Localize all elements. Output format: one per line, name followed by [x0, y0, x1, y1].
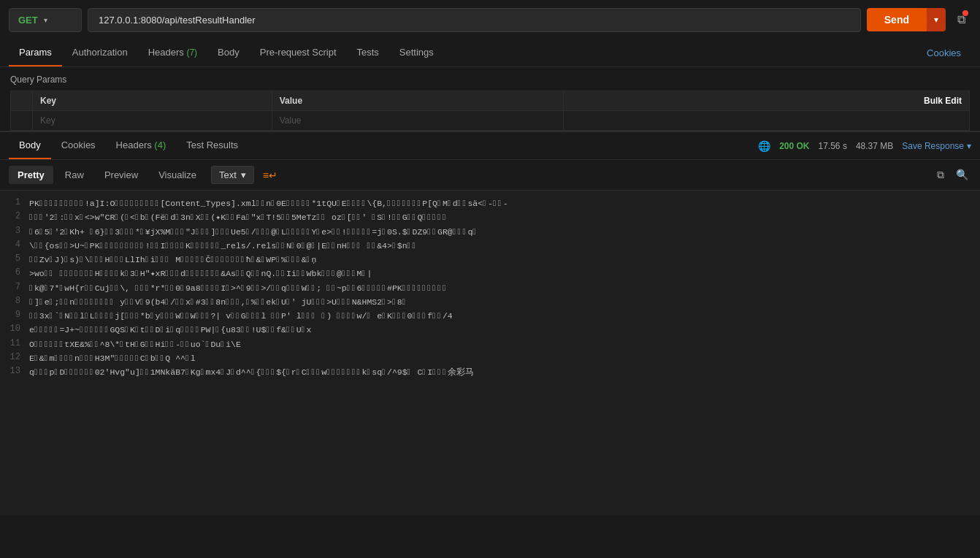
method-dropdown[interactable]: GET ▾	[9, 8, 82, 32]
table-row: 8 ] e ;  n         y  V 9(b4 /  x #3  8n…	[0, 295, 980, 309]
params-table: Key Value Bulk Edit Key Value	[10, 91, 970, 131]
table-row: 4\  {os  >U~ PK         !  I    K      _…	[0, 239, 980, 253]
response-tabs-bar: Body Cookies Headers (4) Test Results 🌐 …	[0, 132, 980, 160]
line-number: 12	[0, 352, 29, 362]
line-number: 13	[0, 366, 29, 376]
tab-headers[interactable]: Headers (7)	[138, 39, 207, 66]
table-row: 3 6 5 '2 Kh+  6}  3   * ¥jX%M   "J   ]  …	[0, 225, 980, 239]
line-number: 3	[0, 226, 29, 236]
cookies-link[interactable]: Cookies	[916, 40, 971, 66]
value-header: Value	[272, 91, 563, 111]
table-row: 1PK         !a]I:O         [Content_Type…	[0, 196, 980, 210]
send-dropdown-button[interactable]: ▾	[927, 8, 946, 31]
query-params-section: Query Params Key Value Bulk Edit Key Val…	[0, 67, 980, 131]
send-button[interactable]: Send	[867, 8, 927, 31]
line-content:   Zv J) s) \   H   LlIh i    M     Č    …	[29, 253, 325, 266]
key-cell-placeholder[interactable]: Key	[33, 111, 272, 131]
pretty-button[interactable]: Pretty	[9, 166, 53, 184]
wrap-icon[interactable]: ≡↵	[263, 169, 277, 181]
line-number: 10	[0, 324, 29, 334]
line-content: PK         !a]I:O         [Content_Types…	[29, 197, 517, 210]
code-area[interactable]: 1PK         !a]I:O         [Content_Type…	[0, 191, 980, 515]
response-section: Body Cookies Headers (4) Test Results 🌐 …	[0, 131, 980, 515]
line-content: e     =J+~      GQS K t  D i q    PW| {u…	[29, 324, 320, 336]
line-number: 9	[0, 310, 29, 320]
save-response-button[interactable]: Save Response ▾	[902, 141, 971, 151]
line-content: q   p D      02'Hvg"u]  1MNkäB7 Kg mx4 J…	[29, 366, 483, 378]
line-content:   3x ` N  l L    j[   *b y   W  W   ?| v…	[29, 310, 462, 322]
raw-button[interactable]: Raw	[56, 166, 93, 184]
copy-response-icon[interactable]: ⧉	[934, 166, 947, 184]
bulk-edit-header[interactable]: Bulk Edit	[563, 91, 969, 111]
tab-body[interactable]: Body	[207, 39, 250, 66]
line-number: 2	[0, 211, 29, 221]
table-row: 11O      tXE&%  ^8\* tH G  Hi  -  uo` Du…	[0, 337, 980, 351]
format-bar: Pretty Raw Preview Visualize Text ▾ ≡↵ ⧉…	[0, 160, 980, 191]
line-number: 4	[0, 240, 29, 250]
line-content: \  {os  >U~ PK         !  I    K      _r…	[29, 240, 426, 252]
table-row: 5  Zv J) s) \   H   LlIh i    M     Č   …	[0, 253, 980, 267]
response-status: 200 OK	[779, 141, 809, 151]
line-number: 5	[0, 253, 29, 264]
tab-params[interactable]: Params	[9, 39, 62, 66]
method-chevron-icon: ▾	[44, 16, 47, 24]
type-chevron-icon: ▾	[241, 169, 246, 180]
top-bar: GET ▾ Send ▾ ⧉	[0, 0, 980, 39]
preview-button[interactable]: Preview	[96, 166, 147, 184]
value-cell-placeholder[interactable]: Value	[272, 111, 563, 131]
response-tab-body[interactable]: Body	[9, 132, 51, 159]
query-params-title: Query Params	[10, 74, 970, 85]
line-content:  k@ 7* wH{r  Cuj  \,    *r*  0 9a8    I …	[29, 282, 456, 294]
response-meta: 🌐 200 OK 17.56 s 48.37 MB Save Response …	[758, 140, 971, 152]
type-dropdown[interactable]: Text ▾	[211, 166, 254, 184]
globe-icon: 🌐	[758, 140, 770, 152]
table-row: 10e     =J+~      GQS K t  D i q    PW| …	[0, 323, 980, 337]
response-tab-headers[interactable]: Headers (4)	[106, 132, 177, 159]
headers-badge: (7)	[186, 47, 197, 58]
response-time: 17.56 s	[819, 141, 847, 151]
line-content: O      tXE&%  ^8\* tH G  Hi  -  uo` Du i…	[29, 338, 250, 351]
type-label: Text	[219, 169, 237, 180]
visualize-button[interactable]: Visualize	[150, 166, 205, 184]
request-tabs-bar: Params Authorization Headers (7) Body Pr…	[0, 39, 980, 67]
search-icon[interactable]: 🔍	[953, 166, 971, 184]
table-row: 9  3x ` N  l L    j[   *b y   W  W   ?| …	[0, 309, 980, 323]
table-row: 2   '2 :  x <>w"CR ( < b (Fë d 3n X  (✦K…	[0, 210, 980, 224]
key-header: Key	[33, 91, 272, 111]
row-checkbox-cell	[11, 111, 33, 131]
line-number: 1	[0, 197, 29, 207]
table-row: 13q   p D      02'Hvg"u]  1MNkäB7 Kg mx4…	[0, 365, 980, 379]
tab-prerequest[interactable]: Pre-request Script	[250, 39, 347, 66]
method-label: GET	[18, 15, 38, 26]
line-content: >wo          H    k 3 H"✦xR   d       &A…	[29, 267, 380, 280]
line-number: 8	[0, 296, 29, 306]
table-row: 7 k@ 7* wH{r  Cuj  \,    *r*  0 9a8    I…	[0, 281, 980, 295]
tab-authorization[interactable]: Authorization	[62, 39, 138, 66]
response-headers-badge: (4)	[154, 140, 166, 150]
response-size: 48.37 MB	[856, 141, 893, 151]
send-btn-container: Send ▾	[867, 8, 946, 31]
param-row-empty: Key Value	[11, 111, 970, 131]
notification-dot	[962, 10, 968, 16]
response-tab-cookies[interactable]: Cookies	[51, 132, 106, 159]
table-row: 12E & m    n   H3M"     C b  Q ^^ l	[0, 351, 980, 365]
line-content:  6 5 '2 Kh+  6}  3   * ¥jX%M   "J   ]   …	[29, 226, 486, 238]
line-number: 6	[0, 267, 29, 278]
copy-button[interactable]: ⧉	[952, 7, 971, 32]
checkbox-header	[11, 91, 33, 111]
url-input[interactable]	[88, 8, 861, 32]
format-right-icons: ⧉ 🔍	[934, 166, 971, 184]
line-content:    '2 :  x <>w"CR ( < b (Fë d 3n X  (✦K …	[29, 211, 456, 223]
tab-tests[interactable]: Tests	[347, 39, 389, 66]
response-tab-test-results[interactable]: Test Results	[176, 132, 248, 159]
row-action-cell	[563, 111, 969, 131]
table-row: 6>wo          H    k 3 H"✦xR   d       &…	[0, 267, 980, 280]
line-content: E & m    n   H3M"     C b  Q ^^ l	[29, 352, 204, 364]
line-number: 7	[0, 282, 29, 292]
line-content:  ] e ;  n         y  V 9(b4 /  x #3  8n …	[29, 296, 416, 308]
line-number: 11	[0, 338, 29, 348]
tab-settings[interactable]: Settings	[389, 39, 444, 66]
